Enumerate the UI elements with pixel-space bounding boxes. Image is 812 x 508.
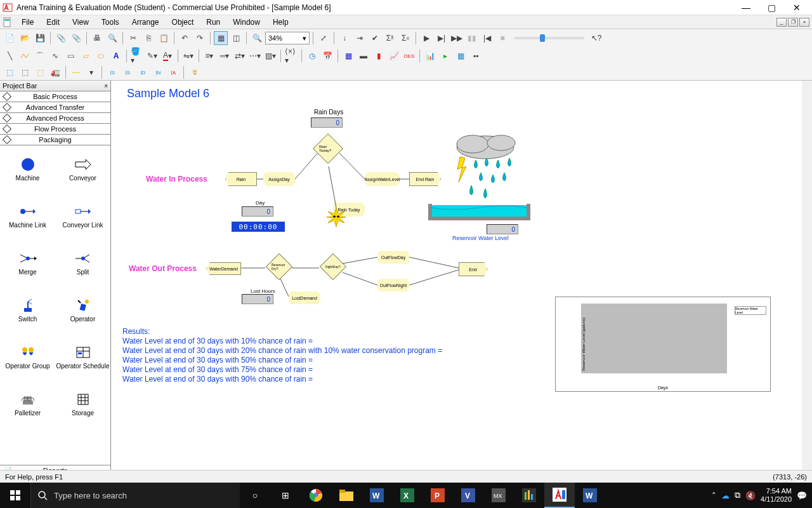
- animate4-button[interactable]: ▪▪: [469, 49, 483, 63]
- mdi-minimize[interactable]: _: [776, 18, 787, 27]
- section-advanced-process[interactable]: Advanced Process: [0, 113, 110, 124]
- section-basic-process[interactable]: Basic Process: [0, 91, 110, 102]
- print-button[interactable]: 🖶: [90, 31, 104, 45]
- tray-chevron-icon[interactable]: ˄: [712, 491, 716, 500]
- route-button[interactable]: ⬚: [18, 65, 32, 79]
- menu-edit[interactable]: Edit: [40, 17, 66, 28]
- taskbar-arena[interactable]: [544, 483, 575, 508]
- block-assign-water-level[interactable]: AssignWaterLevel: [365, 172, 400, 186]
- sigma-x-button[interactable]: ΣX̄: [383, 31, 397, 45]
- station-button[interactable]: ⬚: [3, 65, 16, 79]
- check-button[interactable]: ✔︎: [368, 31, 382, 45]
- ellipse-tool[interactable]: ⬭: [94, 49, 108, 63]
- navz-button[interactable]: ↯: [187, 65, 201, 79]
- item-switch[interactable]: Switch: [0, 286, 55, 333]
- nav2-button[interactable]: ⟨S: [121, 65, 134, 79]
- pattern-button[interactable]: ▨▾: [263, 49, 277, 63]
- block-night-day-q[interactable]: NightDay?: [320, 253, 346, 280]
- menu-tools[interactable]: Tools: [95, 17, 126, 28]
- section-packaging[interactable]: Packaging: [0, 135, 110, 145]
- block-assign-day[interactable]: AssignDay: [263, 172, 295, 186]
- item-operator-schedule[interactable]: Operator Schedule: [55, 333, 110, 380]
- cut-button[interactable]: ✂: [126, 31, 140, 45]
- taskbar-word[interactable]: W: [362, 483, 392, 508]
- stop-button[interactable]: ■: [495, 31, 509, 45]
- detach-button[interactable]: 📎: [69, 31, 83, 45]
- new-button[interactable]: 📄: [3, 31, 16, 45]
- fast-forward-button[interactable]: ▶|: [435, 31, 449, 45]
- taskbar-visio[interactable]: V: [453, 483, 483, 508]
- mdi-restore[interactable]: ❐: [788, 18, 798, 27]
- pause-button[interactable]: ▮▮: [465, 31, 479, 45]
- start-button[interactable]: [0, 483, 30, 508]
- polyline-tool[interactable]: [18, 49, 32, 63]
- arc-tool[interactable]: ⌒: [33, 49, 47, 63]
- connector-button[interactable]: ⟨×⟩▾: [284, 49, 298, 63]
- tray-clock[interactable]: 7:54 AM 4/11/2020: [761, 487, 792, 504]
- close-button[interactable]: ✕: [784, 0, 809, 15]
- go-button[interactable]: ↓: [337, 31, 351, 45]
- block-outflow-night[interactable]: OutFlowNight: [377, 279, 409, 291]
- menu-arrange[interactable]: Arrange: [126, 17, 166, 28]
- polygon-tool[interactable]: ▱: [79, 49, 93, 63]
- nav3-button[interactable]: ⟨D: [136, 65, 150, 79]
- item-storage[interactable]: Storage: [55, 380, 110, 427]
- block-reservoir-dry-q[interactable]: Reservoir Dry?: [266, 253, 292, 280]
- item-merge[interactable]: Merge: [0, 239, 55, 286]
- animate1-button[interactable]: 📊: [423, 49, 437, 63]
- next-button[interactable]: ▶▶: [450, 31, 464, 45]
- undo-button[interactable]: ↶: [178, 31, 192, 45]
- rect-tool[interactable]: ▭: [63, 49, 77, 63]
- date-icon[interactable]: 📅: [320, 49, 334, 63]
- canvas[interactable]: Sample Model 6 Rain Days 0 Water In Proc…: [111, 81, 812, 487]
- item-split[interactable]: Split: [55, 239, 110, 286]
- bezier-tool[interactable]: ∿: [48, 49, 62, 63]
- taskbar-powerpoint[interactable]: P: [422, 483, 453, 508]
- context-help-button[interactable]: ↖?: [589, 31, 603, 45]
- step-button[interactable]: ⇥: [353, 31, 367, 45]
- minimize-button[interactable]: —: [733, 0, 759, 15]
- taskbar-word2[interactable]: W: [575, 483, 605, 508]
- taskbar-search[interactable]: Type here to search: [30, 483, 240, 508]
- system-tray[interactable]: ˄ ☁ ⧉ 🔇 7:54 AM 4/11/2020 💬: [707, 487, 812, 504]
- copy-button[interactable]: ⎘: [141, 31, 155, 45]
- tray-volume-icon[interactable]: 🔇: [745, 491, 756, 500]
- paste-button[interactable]: 📋: [157, 31, 171, 45]
- dash-style-button[interactable]: ⋯▾: [248, 49, 262, 63]
- block-end[interactable]: End: [459, 262, 487, 276]
- taskbar-explorer[interactable]: [331, 483, 362, 508]
- block-lost-demand[interactable]: LostDemand: [289, 291, 320, 304]
- taskbar-chrome[interactable]: [301, 483, 331, 508]
- animate3-button[interactable]: ▦: [454, 49, 468, 63]
- mdi-close[interactable]: ×: [799, 18, 809, 27]
- task-view-button[interactable]: ⊞: [270, 483, 301, 508]
- vertical-scrollbar[interactable]: [802, 81, 812, 477]
- tray-onedrive-icon[interactable]: ☁: [721, 491, 730, 500]
- animate2-button[interactable]: ▸: [438, 49, 452, 63]
- taskbar-app2[interactable]: [514, 483, 544, 508]
- preview-button[interactable]: 🔍: [105, 31, 119, 45]
- section-flow-process[interactable]: Flow Process: [0, 124, 110, 135]
- sigma-xx-button[interactable]: ΣX: [398, 31, 412, 45]
- transporter-button[interactable]: —: [69, 65, 83, 79]
- text-color-button[interactable]: A▾: [160, 49, 174, 63]
- level-button[interactable]: ▬: [357, 49, 370, 63]
- nav4-button[interactable]: ⟨N: [151, 65, 165, 79]
- distance-button[interactable]: 🚛: [48, 65, 62, 79]
- menu-run[interactable]: Run: [200, 17, 226, 28]
- cortana-button[interactable]: ○: [240, 483, 270, 508]
- section-advanced-transfer[interactable]: Advanced Transfer: [0, 102, 110, 113]
- fill-color-button[interactable]: 🪣▾: [130, 49, 144, 63]
- item-machine[interactable]: Machine: [0, 145, 55, 192]
- taskbar-app1[interactable]: MX: [483, 483, 514, 508]
- attach-button[interactable]: 📎: [54, 31, 68, 45]
- play-button[interactable]: ▶: [419, 31, 433, 45]
- histogram-button[interactable]: ▮: [372, 49, 386, 63]
- block-rain-today-q[interactable]: Rain Today?: [313, 133, 343, 164]
- nav5-button[interactable]: ⟨A: [166, 65, 180, 79]
- item-operator[interactable]: Operator: [55, 286, 110, 333]
- line-color-button[interactable]: ✎▾: [145, 49, 159, 63]
- dropdown-button[interactable]: ▾: [84, 65, 98, 79]
- tray-notifications-icon[interactable]: 💬: [797, 491, 807, 500]
- menu-file[interactable]: File: [15, 17, 40, 28]
